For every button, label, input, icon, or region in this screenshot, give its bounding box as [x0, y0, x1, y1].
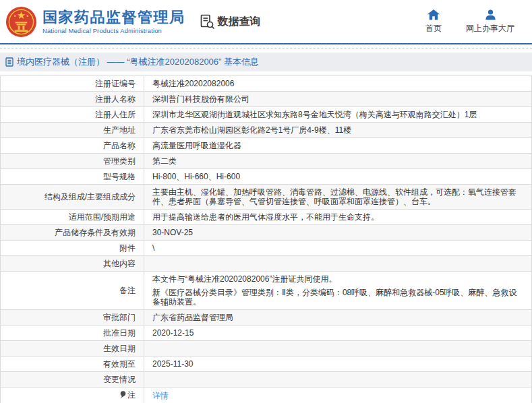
table-row: 审批部门广东省药品监督管理局 [1, 310, 532, 326]
row-label-text: 产品名称 [103, 141, 136, 150]
row-value [144, 341, 532, 356]
row-label-text: 其他内容 [103, 259, 136, 268]
table-row: 备注本文件与“粤械注准20202082006”注册证共同使用。新《医疗器械分类目… [1, 272, 532, 310]
row-value: 粤械注准20202082006 [144, 76, 532, 92]
row-label-text: 变更情况 [103, 375, 136, 384]
row-value: 30-NOV-25 [144, 225, 532, 241]
row-label: 批准日期 [1, 326, 144, 341]
table-row: 附件\ [1, 241, 532, 256]
row-label: 生产地址 [1, 123, 144, 138]
nav-service-hall-label: 网上办事大厅 [466, 23, 514, 34]
nmpa-emblem-logo [5, 6, 37, 38]
row-label-text: 注 [127, 390, 136, 400]
row-label: 审批部门 [1, 310, 144, 326]
row-value-line: 本文件与“粤械注准20202082006”注册证共同使用。 [152, 274, 523, 284]
table-row: 适用范围/预期用途用于提高输送给患者的医用气体湿度水平，不能用于生命支持。 [1, 210, 532, 225]
row-label: 注册人住所 [1, 107, 144, 123]
table-row: 管理类别第二类 [1, 154, 532, 169]
row-label-text: 附件 [119, 243, 136, 253]
row-label-text: 适用范围/预期用途 [69, 212, 136, 222]
row-value: 2025-11-30 [144, 356, 532, 372]
row-value: \ [144, 241, 532, 256]
note-icon [120, 391, 126, 400]
row-label: 注册证编号 [1, 76, 144, 92]
info-table: 注册证编号粤械注准20202082006注册人名称深圳普门科技股份有限公司注册人… [0, 75, 532, 403]
row-value [144, 256, 532, 272]
table-row: 生产地址广东省东莞市松山湖园区彰化路2号1号厂房4-9楼、11楼 [1, 123, 532, 138]
row-value: 2020-12-15 [144, 326, 532, 341]
row-label-text: 注册人名称 [95, 94, 136, 104]
page-title-bar: 境内医疗器械（注册） —— “粤械注准20202082006” 基本信息 [0, 53, 532, 71]
row-label-text: 注册证编号 [95, 79, 136, 88]
row-value: 广东省东莞市松山湖园区彰化路2号1号厂房4-9楼、11楼 [144, 123, 532, 138]
org-name-zh: 国家药品监督管理局 [42, 9, 185, 26]
page-title: 境内医疗器械（注册） —— “粤械注准20202082006” 基本信息 [17, 56, 259, 68]
row-value: 主要由主机、湿化罐、加热呼吸管路、消毒管路、过滤棉、电源线、软件组成，可选配：氧… [144, 185, 532, 210]
row-label: 产品储存条件及有效期 [1, 225, 144, 241]
row-label-text: 生产地址 [103, 125, 136, 135]
nav-home-label: 首页 [425, 23, 442, 34]
nav-service-hall[interactable]: 网上办事大厅 [466, 9, 514, 34]
table-row: 批准日期2020-12-15 [1, 326, 532, 341]
table-row: 结构及组成/主要组成成分主要由主机、湿化罐、加热呼吸管路、消毒管路、过滤棉、电源… [1, 185, 532, 210]
row-label: 型号规格 [1, 169, 144, 185]
row-label-text: 审批部门 [103, 313, 136, 322]
row-value: 用于提高输送给患者的医用气体湿度水平，不能用于生命支持。 [144, 210, 532, 225]
table-row: 变更情况 [1, 372, 532, 388]
row-label-text: 批准日期 [103, 328, 136, 338]
row-label: 产品名称 [1, 138, 144, 154]
data-query-label: 数据查询 [218, 15, 261, 29]
table-row: 注册证编号粤械注准20202082006 [1, 76, 532, 92]
table-row: 生效日期 [1, 341, 532, 356]
info-table-body: 注册证编号粤械注准20202082006注册人名称深圳普门科技股份有限公司注册人… [1, 76, 532, 403]
row-value: 本文件与“粤械注准20202082006”注册证共同使用。新《医疗器械分类目录》… [144, 272, 532, 310]
row-label: 附件 [1, 241, 144, 256]
row-label-text: 产品储存条件及有效期 [55, 228, 136, 237]
site-header: 国家药品监督管理局 National Medical Products Admi… [0, 0, 532, 44]
row-label: 适用范围/预期用途 [1, 210, 144, 225]
row-label: 结构及组成/主要组成成分 [1, 185, 144, 210]
dotted-divider [0, 48, 532, 49]
row-label-text: 注册人住所 [95, 110, 136, 119]
row-label: 注 [1, 388, 144, 403]
person-icon [485, 9, 496, 20]
row-value: 第二类 [144, 154, 532, 169]
row-label-text: 备注 [119, 286, 136, 295]
row-label-text: 管理类别 [103, 156, 136, 166]
row-label-text: 生效日期 [103, 344, 136, 353]
row-value [144, 372, 532, 388]
detail-link[interactable]: 详情 [152, 391, 169, 400]
table-row: 注详情 [1, 388, 532, 403]
table-row: 产品名称高流量医用呼吸道湿化器 [1, 138, 532, 154]
row-label-text: 有效期至 [103, 359, 136, 369]
row-label: 有效期至 [1, 356, 144, 372]
row-value: 详情 [144, 388, 532, 403]
home-icon [427, 9, 440, 20]
table-row: 产品储存条件及有效期30-NOV-25 [1, 225, 532, 241]
doc-search-icon [199, 13, 215, 30]
row-label-text: 结构及组成/主要组成成分 [45, 192, 136, 202]
row-value: 深圳市龙华区观湖街道观城社区求知东路8号金地天悦湾（梅关高速与环观南路交汇处）1… [144, 107, 532, 123]
row-value: Hi-800、Hi-660、Hi-600 [144, 169, 532, 185]
table-row: 注册人住所深圳市龙华区观湖街道观城社区求知东路8号金地天悦湾（梅关高速与环观南路… [1, 107, 532, 123]
table-row: 型号规格Hi-800、Hi-660、Hi-600 [1, 169, 532, 185]
nav-home[interactable]: 首页 [425, 9, 442, 34]
row-label: 管理类别 [1, 154, 144, 169]
data-query-nav[interactable]: 数据查询 [199, 13, 261, 30]
org-name-en: National Medical Products Administration [42, 28, 185, 34]
row-value: 高流量医用呼吸道湿化器 [144, 138, 532, 154]
document-icon [5, 57, 13, 67]
row-label-text: 型号规格 [103, 172, 136, 181]
row-label: 备注 [1, 272, 144, 310]
row-value-line: 新《医疗器械分类目录》管理类别：Ⅱ类，分类编码：08呼吸、麻醉和急救器械-05呼… [152, 288, 523, 307]
row-label: 生效日期 [1, 341, 144, 356]
row-value: 深圳普门科技股份有限公司 [144, 92, 532, 107]
table-row: 其他内容 [1, 256, 532, 272]
row-label: 注册人名称 [1, 92, 144, 107]
table-row: 有效期至2025-11-30 [1, 356, 532, 372]
org-name-block: 国家药品监督管理局 National Medical Products Admi… [42, 9, 185, 34]
table-row: 注册人名称深圳普门科技股份有限公司 [1, 92, 532, 107]
row-value: 广东省药品监督管理局 [144, 310, 532, 326]
row-label: 其他内容 [1, 256, 144, 272]
row-label: 变更情况 [1, 372, 144, 388]
